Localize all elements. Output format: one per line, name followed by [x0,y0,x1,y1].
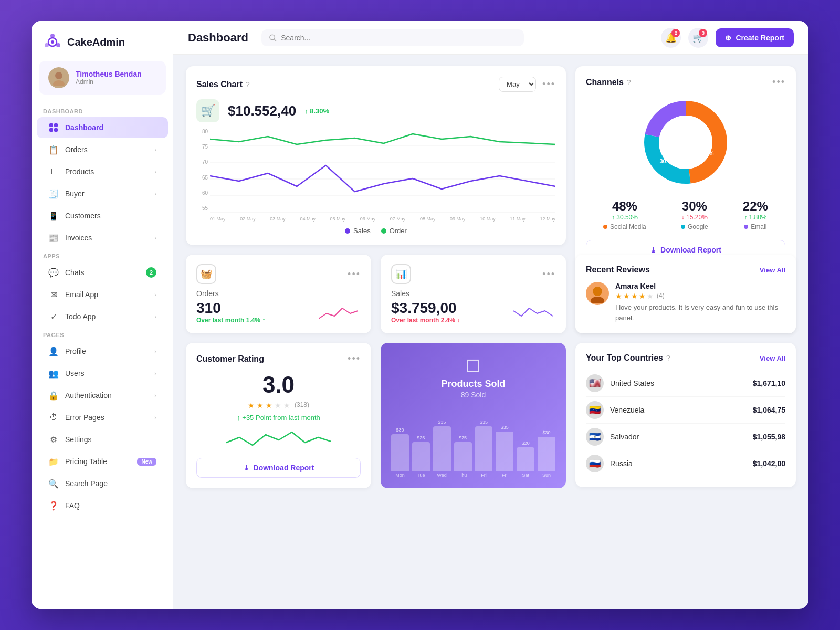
sales-amount: $10.552,40 [228,103,296,119]
bar-fri2: $35 Fri [496,425,513,478]
channels-menu[interactable]: ••• [772,77,785,88]
auth-arrow: › [154,392,156,398]
pricing-label: Pricing Table [65,457,107,466]
sidebar-item-search[interactable]: 🔍 Search Page [37,473,168,494]
svg-point-4 [51,40,54,44]
logo-icon [43,33,62,51]
sidebar-item-settings[interactable]: ⚙ Settings [37,429,168,450]
customers-label: Customers [65,212,101,220]
review-item: Amara Keel ★★★★★ (4) I love your product… [586,282,785,323]
country-row-us: 🇺🇸 United States $1,671,10 [586,370,785,397]
country-row-ve: 🇻🇪 Venezuela $1,064,75 [586,397,785,424]
google-pct: 30% [681,199,708,214]
settings-icon: ⚙ [48,434,59,445]
bar-wed: $35 Wed [433,419,451,478]
sales-chart-title: Sales Chart ? [196,80,250,89]
error-icon: ⏱ [48,412,59,423]
sales-chart-menu[interactable]: ••• [542,79,555,90]
sidebar-item-todo[interactable]: ✓ Todo App › [37,306,168,327]
svg-text:30.0%: 30.0% [659,158,676,164]
review-content: Amara Keel ★★★★★ (4) I love your product… [615,282,785,323]
sidebar-item-profile[interactable]: 👤 Profile › [37,341,168,362]
country-ru: Russia [610,459,747,468]
sales-mini-header: 📊 ••• [391,264,555,284]
reviews-title: Recent Reviews [586,265,650,275]
country-us: United States [610,379,747,387]
products-sold-title: Products Sold [441,379,505,390]
sidebar-item-invoices[interactable]: 📰 Invoices › [37,227,168,248]
sidebar-item-faq[interactable]: ❓ FAQ [37,495,168,516]
content-area: Sales Chart ? MayJuneJuly ••• 🛒 $10.552,… [173,55,808,609]
sidebar-item-buyer[interactable]: 🧾 Buyer › [37,183,168,204]
reviews-view-all[interactable]: View All [760,266,785,274]
sidebar-item-auth[interactable]: 🔒 Authentication › [37,385,168,406]
sales-chart-card: Sales Chart ? MayJuneJuly ••• 🛒 $10.552,… [186,66,566,245]
products-arrow: › [154,169,156,175]
sidebar-item-pricing[interactable]: 📁 Pricing Table New [37,451,168,472]
sidebar-item-users[interactable]: 👥 Users › [37,363,168,384]
sales-chart-area: 807570656055 [196,129,555,222]
app-name: CakeAdmin [67,36,125,48]
create-report-icon: ⊕ [725,34,731,42]
sidebar-item-email[interactable]: ✉ Email App › [37,284,168,305]
sidebar-item-error[interactable]: ⏱ Error Pages › [37,407,168,428]
pricing-icon: 📁 [48,456,59,467]
svg-point-26 [593,287,602,296]
orders-icon: 📋 [48,144,59,155]
svg-rect-7 [49,123,53,127]
dashboard-icon [48,122,59,133]
countries-view-all[interactable]: View All [760,354,785,362]
sidebar-item-orders[interactable]: 📋 Orders › [37,139,168,160]
bottom-row: Customer Rating ••• 3.0 ★★★★★ (318) ↑ +3… [186,343,566,488]
invoices-label: Invoices [65,234,92,242]
user-name: Timotheus Bendan [76,70,142,78]
search-label: Search Page [65,479,108,488]
cart-button[interactable]: 🛒 3 [688,28,708,48]
email-channel-label: Email [751,223,766,230]
sidebar-item-dashboard[interactable]: Dashboard [37,117,168,138]
avatar [48,67,69,88]
amount-us: $1,671,10 [753,379,785,387]
svg-point-5 [55,72,62,79]
countries-title: Your Top Countries ? [586,353,670,363]
products-sold-icon: ◻ [441,353,505,375]
countries-header: Your Top Countries ? View All [586,353,785,363]
search-input[interactable] [281,34,517,42]
download-report-rating-button[interactable]: ⤓ Download Report [196,458,361,478]
products-sold-count: 89 Sold [441,391,505,399]
sales-value: $3.759,00 [391,300,460,317]
svg-rect-9 [49,128,53,132]
chart-legend: Sales Order [196,227,555,235]
amount-ve: $1,064,75 [753,406,785,414]
create-report-button[interactable]: ⊕ Create Report [716,28,794,47]
orders-value: 310 [196,300,265,317]
sidebar-item-products[interactable]: 🖥 Products › [37,161,168,182]
recent-reviews-card: Recent Reviews View All Amara Keel ★★★★★… [575,255,796,333]
customers-icon: 📱 [48,211,59,221]
channel-google: 30% ↓ 15.20% Google [681,199,708,230]
orders-growth: Over last month 1.4% ↑ [196,317,265,324]
faq-label: FAQ [65,501,80,510]
flag-ve: 🇻🇪 [586,401,604,419]
rating-trend: ↑ +35 Point from last month [196,414,361,422]
auth-label: Authentication [65,391,112,400]
email-change: ↑ 1.80% [743,214,768,221]
svg-rect-8 [54,123,58,127]
cart-badge: 3 [699,29,707,37]
rating-menu[interactable]: ••• [348,353,361,364]
orders-mini-menu[interactable]: ••• [348,269,361,280]
user-profile-card[interactable]: Timotheus Bendan Admin [39,61,166,94]
sidebar-item-chats[interactable]: 💬 Chats 2 [37,262,168,283]
topbar-actions: 🔔 2 🛒 3 ⊕ Create Report [661,28,794,48]
todo-label: Todo App [65,312,96,321]
sidebar-item-customers[interactable]: 📱 Customers [37,205,168,226]
month-select[interactable]: MayJuneJuly [499,77,536,92]
customer-rating-card: Customer Rating ••• 3.0 ★★★★★ (318) ↑ +3… [186,343,371,488]
channels-header: Channels ? ••• [586,77,785,88]
search-bar[interactable] [261,29,524,46]
countries-help-icon: ? [666,354,670,362]
reviewer-name: Amara Keel [615,282,785,290]
notifications-button[interactable]: 🔔 2 [661,28,681,48]
orders-mini-title: Orders [196,289,361,298]
sales-mini-menu[interactable]: ••• [542,269,555,280]
